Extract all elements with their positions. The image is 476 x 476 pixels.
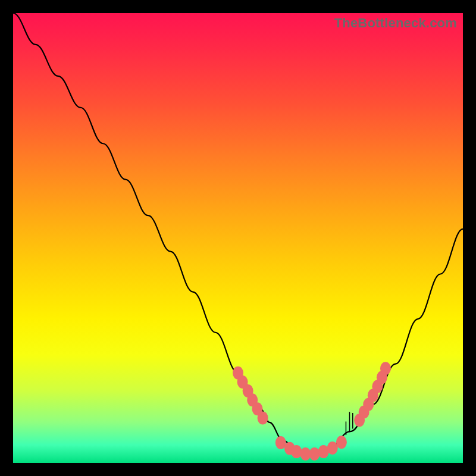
data-marker — [309, 447, 320, 461]
plot-area: TheBottleneck.com — [13, 13, 463, 463]
data-marker — [380, 362, 391, 375]
markers-group — [233, 362, 391, 461]
data-marker — [258, 411, 268, 424]
chart-container: TheBottleneck.com — [0, 0, 476, 476]
data-marker — [336, 436, 347, 449]
bottleneck-curve — [13, 13, 463, 454]
data-marker — [291, 445, 302, 458]
chart-svg — [13, 13, 463, 463]
